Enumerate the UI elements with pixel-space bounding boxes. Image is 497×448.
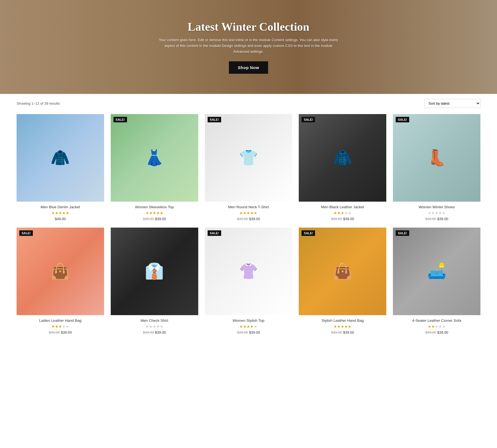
sale-badge: Sale! [302, 117, 315, 122]
sale-badge: Sale! [19, 230, 33, 236]
product-card[interactable]: Sale!👜Stylish Leather Hand Bag★★★★★$49.0… [299, 228, 386, 334]
product-price: $49.00$39.00 [111, 217, 198, 221]
sale-badge: Sale! [208, 117, 221, 122]
product-image: Sale!🛋️ [393, 228, 480, 315]
price-original: $49.00 [331, 217, 342, 221]
product-image: Sale!👚 [205, 228, 292, 315]
product-price: $49.00$39.00 [393, 330, 480, 334]
product-price: $49.00 [17, 217, 104, 221]
product-image: 👔 [111, 228, 198, 315]
price-current: $39.00 [61, 330, 72, 334]
hero-title: Latest Winter Collection [157, 20, 340, 33]
product-card[interactable]: Sale!👚Women Stylish Top★★★★★$49.00$39.00 [205, 228, 292, 334]
product-card[interactable]: Sale!👢Women Winter Shoes★★★★★$49.00$39.0… [393, 114, 480, 221]
product-name: Women Winter Shoes [393, 205, 480, 209]
product-price: $49.00$39.00 [205, 217, 292, 221]
product-card[interactable]: Sale!👜Ladies Leather Hand Bag★★★★★$49.00… [17, 228, 104, 334]
product-image: Sale!👕 [205, 114, 292, 202]
product-image: Sale!👜 [17, 228, 104, 315]
showing-results-text: Showing 1–12 of 39 results [17, 101, 60, 106]
hero-section: Latest Winter Collection Your content go… [0, 0, 497, 94]
sale-badge: Sale! [396, 230, 409, 236]
product-price: $49.00$39.00 [299, 217, 386, 221]
price-original: $49.00 [49, 330, 60, 334]
product-rating: ★★★★★ [299, 324, 386, 329]
product-rating: ★★★★★ [111, 211, 198, 215]
price-current: $39.00 [343, 217, 354, 221]
product-card[interactable]: Sale!🛋️4-Seater Leather Corner Sofa★★★★★… [393, 228, 480, 334]
product-card[interactable]: 👔Men Check Shirt★★★★★$49.00$39.00 [111, 228, 198, 334]
product-image: Sale!🧥 [299, 114, 386, 202]
product-name: Women Stylish Top [205, 318, 292, 323]
product-rating: ★★★★★ [111, 324, 198, 329]
hero-content: Latest Winter Collection Your content go… [152, 20, 345, 73]
product-rating: ★★★★★ [393, 324, 480, 329]
product-image: 🧥 [17, 114, 104, 202]
product-rating: ★★★★★ [299, 211, 386, 215]
product-image: Sale!👢 [393, 114, 480, 202]
price-current: $39.00 [155, 217, 166, 221]
price-original: $49.00 [143, 330, 154, 334]
sale-badge: Sale! [113, 117, 127, 122]
product-name: Men Blue Denim Jacket [17, 205, 104, 209]
product-grid: 🧥Men Blue Denim Jacket★★★★★$49.00Sale!👗W… [0, 111, 497, 346]
price-original: $49.00 [237, 217, 248, 221]
toolbar: Showing 1–12 of 39 results Sort by lates… [0, 94, 497, 111]
price-original: $49.00 [425, 217, 436, 221]
product-name: Women Sleeveless Top [111, 205, 198, 209]
price-original: $49.00 [237, 330, 248, 334]
product-rating: ★★★★★ [17, 324, 104, 329]
product-image: Sale!👗 [111, 114, 198, 202]
sale-badge: Sale! [302, 230, 315, 236]
price-current: $39.00 [437, 330, 448, 334]
product-card[interactable]: Sale!👕Men Round Neck T-Shirt★★★★★$49.00$… [205, 114, 292, 221]
product-card[interactable]: Sale!👗Women Sleeveless Top★★★★★$49.00$39… [111, 114, 198, 221]
price-current: $39.00 [343, 330, 354, 334]
product-card[interactable]: Sale!🧥Men Black Leather Jacket★★★★★$49.0… [299, 114, 386, 221]
product-name: Stylish Leather Hand Bag [299, 318, 386, 323]
product-price: $49.00$39.00 [17, 330, 104, 334]
product-rating: ★★★★★ [205, 324, 292, 329]
sort-select[interactable]: Sort by latestSort by price: low to high… [424, 99, 480, 108]
product-name: Ladies Leather Hand Bag [17, 318, 104, 323]
product-image: Sale!👜 [299, 228, 386, 315]
sale-badge: Sale! [208, 230, 221, 236]
price-original: $49.00 [425, 330, 436, 334]
sale-badge: Sale! [396, 117, 409, 122]
product-rating: ★★★★★ [205, 211, 292, 215]
hero-subtitle: Your content goes here. Edit or remove t… [157, 37, 340, 54]
product-name: Men Round Neck T-Shirt [205, 205, 292, 209]
shop-now-button[interactable]: Shop Now [229, 61, 268, 74]
price-current: $39.00 [437, 217, 448, 221]
product-rating: ★★★★★ [17, 211, 104, 215]
product-rating: ★★★★★ [393, 211, 480, 215]
product-name: Men Check Shirt [111, 318, 198, 323]
price-single: $49.00 [55, 217, 66, 221]
price-current: $39.00 [249, 217, 260, 221]
product-price: $49.00$39.00 [299, 330, 386, 334]
price-current: $39.00 [155, 330, 166, 334]
product-price: $49.00$39.00 [393, 217, 480, 221]
product-price: $49.00$39.00 [205, 330, 292, 334]
product-card[interactable]: 🧥Men Blue Denim Jacket★★★★★$49.00 [17, 114, 104, 221]
product-name: Men Black Leather Jacket [299, 205, 386, 209]
price-current: $39.00 [249, 330, 260, 334]
price-original: $49.00 [331, 330, 342, 334]
price-original: $49.00 [143, 217, 154, 221]
product-name: 4-Seater Leather Corner Sofa [393, 318, 480, 323]
product-price: $49.00$39.00 [111, 330, 198, 334]
